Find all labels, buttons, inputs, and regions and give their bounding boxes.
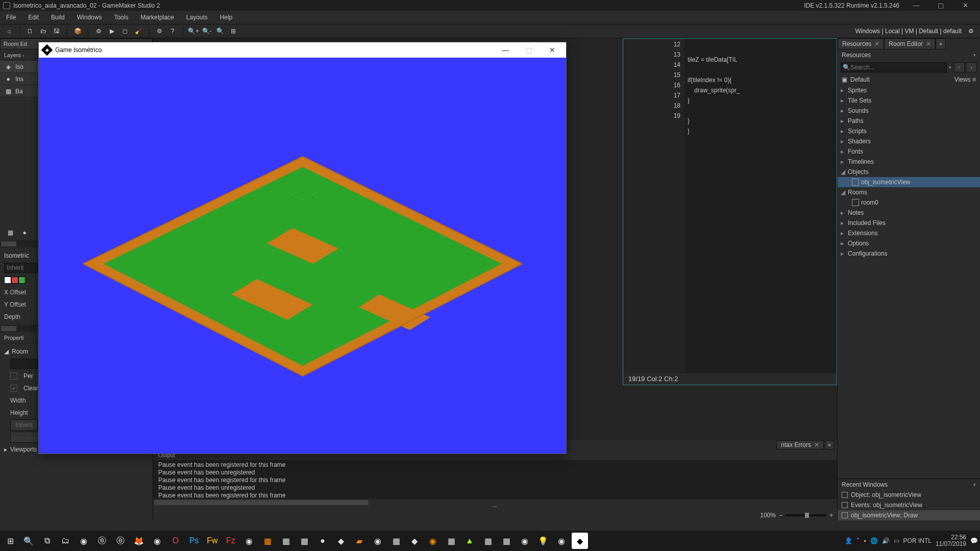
- steam-icon[interactable]: ◉: [76, 533, 92, 549]
- game-maximize-button[interactable]: ▢: [517, 42, 541, 58]
- network-icon[interactable]: 🌐: [870, 537, 878, 544]
- menu-tools[interactable]: Tools: [108, 14, 134, 21]
- chrome-icon[interactable]: ◉: [149, 533, 165, 549]
- zoom-out-icon[interactable]: −: [779, 512, 782, 519]
- search-input[interactable]: [841, 62, 947, 72]
- maximize-button[interactable]: ▢: [929, 0, 952, 11]
- game-window-titlebar[interactable]: ◆ Game Isométrico — ▢ ✕: [39, 42, 566, 58]
- notifications-icon[interactable]: 💬: [970, 537, 978, 544]
- menu-help[interactable]: Help: [214, 14, 239, 21]
- tree-item-room0[interactable]: room0: [838, 197, 980, 208]
- battery-icon[interactable]: ▭: [894, 537, 899, 544]
- menu-layouts[interactable]: Layouts: [180, 14, 214, 21]
- chevron-down-icon[interactable]: ▾: [973, 479, 976, 490]
- app-icon[interactable]: ◉: [517, 533, 533, 549]
- tree-rooms[interactable]: ◢Rooms: [838, 187, 980, 197]
- zoom-reset-icon[interactable]: 🔍: [214, 26, 226, 37]
- close-icon[interactable]: ✕: [814, 441, 819, 449]
- persistent-check[interactable]: [10, 372, 17, 380]
- game-window[interactable]: ◆ Game Isométrico — ▢ ✕: [38, 42, 567, 454]
- zoom-slider[interactable]: [786, 514, 826, 516]
- menu-build[interactable]: Build: [45, 14, 71, 21]
- close-icon[interactable]: ✕: [874, 39, 879, 49]
- zoom-in-icon[interactable]: 🔍+: [187, 26, 200, 37]
- gms2-icon[interactable]: ◆: [572, 533, 588, 549]
- tree-sounds[interactable]: ▸Sounds: [838, 106, 980, 116]
- tab-resources[interactable]: Resources✕: [838, 38, 884, 49]
- recent-item[interactable]: Object: obj_isometricView: [838, 490, 980, 500]
- game-close-button[interactable]: ✕: [541, 42, 564, 58]
- tree-item-obj_isometricView[interactable]: obj_isometricView: [838, 177, 980, 187]
- recent-item[interactable]: Events: obj_isometricView: [838, 500, 980, 510]
- explorer-icon[interactable]: 🗂: [57, 533, 74, 549]
- edge-icon[interactable]: ⓔ: [112, 533, 129, 549]
- ie-icon[interactable]: ⓔ: [94, 533, 110, 549]
- tree-sprites[interactable]: ▸Sprites: [838, 85, 980, 95]
- room-section[interactable]: Room: [12, 348, 28, 355]
- code-body[interactable]: tileZ = tileData[TILif(tileIndex != 0){ …: [684, 39, 837, 385]
- app-icon[interactable]: ▦: [388, 533, 404, 549]
- start-icon[interactable]: ⊞: [2, 533, 18, 549]
- game-minimize-button[interactable]: —: [494, 42, 517, 58]
- app-icon[interactable]: ▦: [278, 533, 294, 549]
- chevron-down-icon[interactable]: ▾: [973, 49, 976, 61]
- save-icon[interactable]: 🖫: [51, 26, 63, 37]
- minimize-button[interactable]: —: [904, 0, 928, 11]
- tree-tile-sets[interactable]: ▸Tile Sets: [838, 95, 980, 106]
- tree-timelines[interactable]: ▸Timelines: [838, 157, 980, 167]
- tab-add[interactable]: +: [825, 440, 834, 449]
- nav-next-icon[interactable]: ›: [966, 62, 977, 72]
- tree-included-files[interactable]: ▸Included Files: [838, 218, 980, 228]
- app-icon[interactable]: ◉: [241, 533, 257, 549]
- firefox-icon[interactable]: 🦊: [131, 533, 147, 549]
- resource-tree[interactable]: ▸Sprites▸Tile Sets▸Sounds▸Paths▸Scripts▸…: [838, 85, 980, 479]
- recent-item[interactable]: obj_isometricView: Draw: [838, 510, 980, 520]
- default-view[interactable]: Default: [850, 74, 870, 85]
- color-swatches[interactable]: [4, 277, 26, 284]
- tree-fonts[interactable]: ▸Fonts: [838, 146, 980, 157]
- sublime-icon[interactable]: ▰: [351, 533, 368, 549]
- app-icon[interactable]: ▦: [498, 533, 514, 549]
- tray-up-icon[interactable]: ˄: [856, 537, 860, 544]
- app-icon[interactable]: ●: [314, 533, 331, 549]
- target-label[interactable]: Windows | Local | VM | Default | default: [853, 28, 964, 35]
- views-menu-icon[interactable]: ≡: [972, 76, 976, 83]
- create-exe-icon[interactable]: 📦: [71, 26, 84, 37]
- close-button[interactable]: ✕: [953, 0, 977, 11]
- tree-options[interactable]: ▸Options: [838, 238, 980, 248]
- volume-icon[interactable]: 🔊: [882, 537, 890, 544]
- home-icon[interactable]: ⌂: [3, 26, 15, 37]
- tree-scripts[interactable]: ▸Scripts: [838, 126, 980, 136]
- views-label[interactable]: Views: [954, 76, 971, 83]
- language-indicator[interactable]: POR INTL: [903, 538, 932, 544]
- stop-icon[interactable]: ◻: [119, 26, 131, 37]
- gamemaker-icon[interactable]: ◆: [333, 533, 349, 549]
- search-taskbar-icon[interactable]: 🔍: [20, 533, 37, 549]
- debug-icon[interactable]: ⚙: [92, 26, 105, 37]
- app-icon[interactable]: ▲: [461, 533, 478, 549]
- unity-icon[interactable]: ◆: [406, 533, 423, 549]
- zoom-in-icon[interactable]: +: [829, 512, 833, 519]
- tab-syntax-errors[interactable]: ntax Errors✕: [776, 440, 824, 449]
- menu-file[interactable]: File: [0, 14, 22, 21]
- code-editor[interactable]: 1213141516171819 tileZ = tileData[TILif(…: [623, 38, 837, 385]
- docking-icon[interactable]: ⊞: [227, 26, 239, 37]
- open-project-icon[interactable]: 🗁: [37, 26, 50, 37]
- clock[interactable]: 22:5611/07/2019: [936, 534, 966, 547]
- blender-icon[interactable]: ◉: [425, 533, 441, 549]
- menu-edit[interactable]: Edit: [22, 14, 45, 21]
- tree-notes[interactable]: ▸Notes: [838, 208, 980, 218]
- target-settings-icon[interactable]: ⚙: [965, 26, 977, 37]
- output-body[interactable]: Pause event has been registered for this…: [153, 460, 837, 499]
- photoshop-icon[interactable]: Ps: [186, 533, 202, 549]
- game-options-icon[interactable]: ⚙: [153, 26, 165, 37]
- eclipse-icon[interactable]: ◉: [553, 533, 570, 549]
- opera-icon[interactable]: O: [167, 533, 184, 549]
- tree-paths[interactable]: ▸Paths: [838, 116, 980, 126]
- run-icon[interactable]: ▶: [106, 26, 118, 37]
- tree-objects[interactable]: ◢Objects: [838, 167, 980, 177]
- clear-display-check[interactable]: [10, 385, 17, 392]
- tree-shaders[interactable]: ▸Shaders: [838, 136, 980, 146]
- menu-windows[interactable]: Windows: [71, 14, 108, 21]
- tab-add[interactable]: +: [936, 38, 946, 49]
